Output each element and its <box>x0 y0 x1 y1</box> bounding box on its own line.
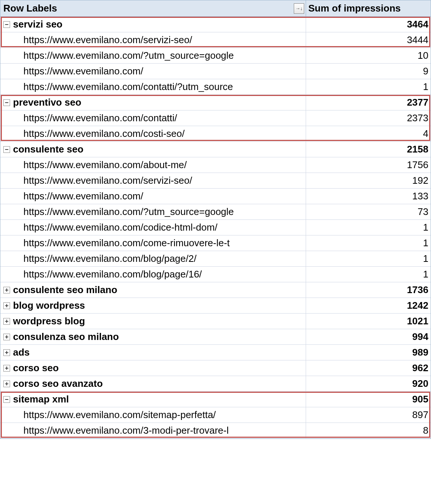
group-label: wordpress blog <box>13 315 85 327</box>
child-label-cell: https://www.evemilano.com/ <box>0 65 306 77</box>
collapse-icon[interactable]: − <box>3 146 10 153</box>
collapse-icon[interactable]: − <box>3 21 10 28</box>
pivot-child-row: https://www.evemilano.com/133 <box>0 189 431 204</box>
expand-icon[interactable]: + <box>3 302 10 309</box>
child-label: https://www.evemilano.com/?utm_source=go… <box>23 50 234 61</box>
child-label-cell: https://www.evemilano.com/blog/page/16/ <box>0 269 306 280</box>
child-value: 1 <box>306 235 431 251</box>
group-label: blog wordpress <box>13 300 85 311</box>
child-label: https://www.evemilano.com/?utm_source=go… <box>23 206 234 218</box>
group-label-cell: +wordpress blog <box>0 315 306 327</box>
child-label: https://www.evemilano.com/blog/page/2/ <box>23 253 196 264</box>
pivot-table: Row Labels →↓ Sum of impressions −serviz… <box>0 0 431 439</box>
pivot-child-row: https://www.evemilano.com/contatti/?utm_… <box>0 79 431 95</box>
child-label: https://www.evemilano.com/ <box>23 190 143 202</box>
group-label: ads <box>13 347 30 358</box>
child-label-cell: https://www.evemilano.com/about-me/ <box>0 159 306 171</box>
sum-header: Sum of impressions <box>306 0 431 16</box>
child-label-cell: https://www.evemilano.com/servizi-seo/ <box>0 175 306 186</box>
child-value: 1 <box>306 267 431 282</box>
group-label-cell: +blog wordpress <box>0 300 306 311</box>
pivot-child-row: https://www.evemilano.com/about-me/1756 <box>0 157 431 173</box>
child-value: 73 <box>306 204 431 219</box>
group-value: 994 <box>306 329 431 344</box>
group-value: 1242 <box>306 298 431 313</box>
pivot-child-row: https://www.evemilano.com/come-rimuovere… <box>0 235 431 251</box>
child-label: https://www.evemilano.com/sitemap-perfet… <box>23 409 216 421</box>
child-label: https://www.evemilano.com/ <box>23 65 143 77</box>
pivot-child-row: https://www.evemilano.com/codice-html-do… <box>0 220 431 235</box>
child-value: 4 <box>306 126 431 141</box>
group-label: consulente seo milano <box>13 284 117 296</box>
child-value: 192 <box>306 173 431 188</box>
group-value: 1021 <box>306 314 431 329</box>
child-value: 1 <box>306 79 431 94</box>
child-label-cell: https://www.evemilano.com/come-rimuovere… <box>0 237 306 249</box>
child-label-cell: https://www.evemilano.com/blog/page/2/ <box>0 253 306 264</box>
group-label-cell: −preventivo seo <box>0 97 306 108</box>
pivot-child-row: https://www.evemilano.com/servizi-seo/19… <box>0 173 431 189</box>
group-label-cell: −servizi seo <box>0 19 306 30</box>
pivot-child-row: https://www.evemilano.com/sitemap-perfet… <box>0 407 431 423</box>
pivot-child-row: https://www.evemilano.com/costi-seo/4 <box>0 126 431 142</box>
pivot-header-row: Row Labels →↓ Sum of impressions <box>0 0 431 17</box>
pivot-child-row: https://www.evemilano.com/contatti/2373 <box>0 110 431 126</box>
child-value: 2373 <box>306 110 431 126</box>
child-label-cell: https://www.evemilano.com/sitemap-perfet… <box>0 409 306 421</box>
group-label-cell: +corso seo avanzato <box>0 378 306 389</box>
group-value: 2158 <box>306 142 431 157</box>
child-label: https://www.evemilano.com/servizi-seo/ <box>23 175 192 186</box>
child-label: https://www.evemilano.com/blog/page/16/ <box>23 269 202 280</box>
child-label-cell: https://www.evemilano.com/servizi-seo/ <box>0 34 306 46</box>
collapse-icon[interactable]: − <box>3 99 10 106</box>
group-value: 962 <box>306 360 431 376</box>
expand-icon[interactable]: + <box>3 365 10 372</box>
group-label: corso seo avanzato <box>13 378 103 389</box>
child-label: https://www.evemilano.com/codice-html-do… <box>23 222 218 233</box>
child-value: 9 <box>306 64 431 79</box>
pivot-group-row: +consulente seo milano1736 <box>0 282 431 298</box>
filter-dropdown-button[interactable]: →↓ <box>294 3 304 14</box>
child-value: 897 <box>306 407 431 423</box>
group-label-cell: +corso seo <box>0 362 306 374</box>
pivot-group-row: +corso seo962 <box>0 360 431 376</box>
child-value: 1756 <box>306 157 431 173</box>
group-label-cell: +ads <box>0 347 306 358</box>
child-value: 10 <box>306 48 431 63</box>
expand-icon[interactable]: + <box>3 318 10 325</box>
pivot-child-row: https://www.evemilano.com/servizi-seo/34… <box>0 32 431 48</box>
pivot-group-row: +consulenza seo milano994 <box>0 329 431 345</box>
pivot-child-row: https://www.evemilano.com/blog/page/16/1 <box>0 267 431 282</box>
child-label: https://www.evemilano.com/about-me/ <box>23 159 187 171</box>
child-label-cell: https://www.evemilano.com/ <box>0 190 306 202</box>
collapse-icon[interactable]: − <box>3 396 10 403</box>
expand-icon[interactable]: + <box>3 334 10 340</box>
expand-icon[interactable]: + <box>3 349 10 356</box>
group-label: consulenza seo milano <box>13 331 119 343</box>
group-label: sitemap xml <box>13 394 69 405</box>
pivot-child-row: https://www.evemilano.com/blog/page/2/1 <box>0 251 431 267</box>
pivot-group-row: −consulente seo2158 <box>0 142 431 157</box>
child-value: 8 <box>306 423 431 438</box>
group-value: 920 <box>306 376 431 391</box>
child-label: https://www.evemilano.com/costi-seo/ <box>23 128 185 139</box>
group-label: consulente seo <box>13 144 83 155</box>
group-label: preventivo seo <box>13 97 81 108</box>
pivot-group-row: +blog wordpress1242 <box>0 298 431 314</box>
pivot-child-row: https://www.evemilano.com/9 <box>0 64 431 79</box>
child-label-cell: https://www.evemilano.com/contatti/?utm_… <box>0 81 306 93</box>
child-label: https://www.evemilano.com/contatti/?utm_… <box>23 81 233 93</box>
child-value: 1 <box>306 220 431 235</box>
group-value: 1736 <box>306 282 431 298</box>
expand-icon[interactable]: + <box>3 287 10 293</box>
child-label-cell: https://www.evemilano.com/contatti/ <box>0 112 306 124</box>
sort-arrow-icon: →↓ <box>295 6 303 11</box>
child-label-cell: https://www.evemilano.com/?utm_source=go… <box>0 50 306 61</box>
group-value: 989 <box>306 345 431 360</box>
row-labels-header: Row Labels <box>0 3 294 14</box>
child-value: 1 <box>306 251 431 266</box>
child-value: 3444 <box>306 32 431 48</box>
child-label: https://www.evemilano.com/servizi-seo/ <box>23 34 192 46</box>
pivot-child-row: https://www.evemilano.com/3-modi-per-tro… <box>0 423 431 439</box>
expand-icon[interactable]: + <box>3 381 10 387</box>
